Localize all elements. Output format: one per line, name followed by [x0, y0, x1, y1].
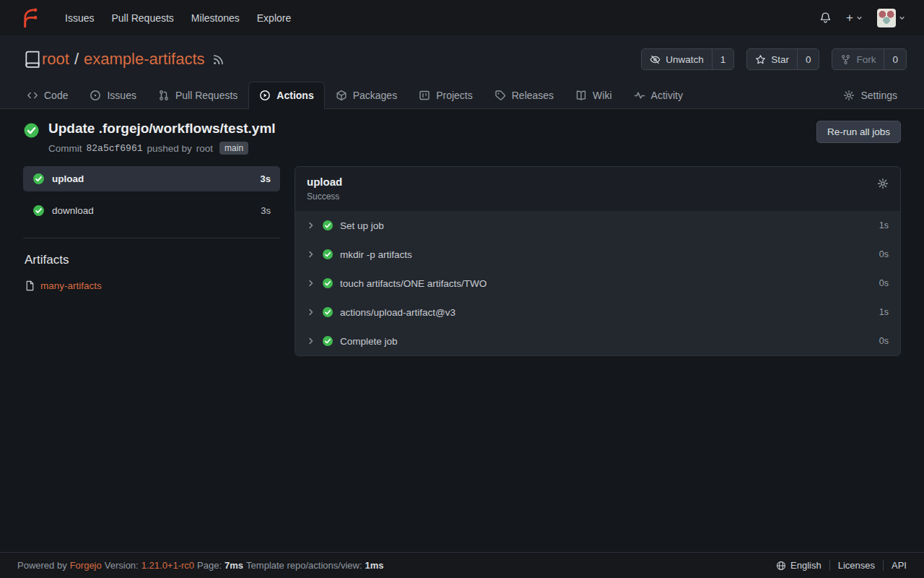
- job-item-download[interactable]: download 3s: [23, 198, 280, 223]
- repo-owner-link[interactable]: root: [42, 50, 69, 69]
- nav-link-milestones[interactable]: Milestones: [183, 0, 248, 35]
- step-row-mkdir[interactable]: mkdir -p artifacts 0s: [295, 240, 900, 269]
- step-duration: 0s: [879, 336, 889, 346]
- forgejo-logo[interactable]: [19, 7, 40, 29]
- repo-action-buttons: Unwatch 1 Star 0: [641, 48, 907, 70]
- plus-icon: +: [846, 12, 853, 24]
- tab-actions[interactable]: Actions: [248, 82, 324, 109]
- nav-link-explore[interactable]: Explore: [248, 0, 300, 35]
- job-duration: 3s: [261, 205, 271, 216]
- tab-settings[interactable]: Settings: [832, 82, 908, 109]
- repo-header: root / example-artifacts Unwatch: [0, 35, 924, 109]
- tab-label: Actions: [276, 90, 313, 101]
- gear-icon: [877, 178, 889, 189]
- check-circle-icon: [23, 122, 40, 139]
- tab-code[interactable]: Code: [16, 82, 79, 109]
- star-icon: [755, 54, 766, 65]
- tab-activity[interactable]: Activity: [623, 82, 694, 109]
- tab-label: Pull Requests: [175, 90, 237, 101]
- job-name: download: [52, 205, 253, 216]
- eye-off-icon: [650, 54, 661, 65]
- tab-packages[interactable]: Packages: [325, 82, 408, 109]
- step-name: mkdir -p artifacts: [340, 249, 412, 260]
- run-title: Update .forgejo/workflows/test.yml: [48, 121, 276, 137]
- fork-icon: [840, 54, 851, 65]
- commit-sha-link[interactable]: 82a5cf6961: [87, 143, 143, 154]
- globe-icon: [776, 561, 786, 571]
- step-row-upload-artifact[interactable]: actions/upload-artifact@v3 1s: [295, 298, 900, 327]
- file-icon: [25, 280, 35, 291]
- check-circle-icon: [322, 277, 334, 289]
- star-button[interactable]: Star 0: [746, 48, 819, 70]
- rss-button[interactable]: [212, 53, 225, 66]
- watchers-count[interactable]: 1: [712, 49, 734, 69]
- language-selector[interactable]: English: [768, 560, 829, 571]
- repo-name-link[interactable]: example-artifacts: [84, 50, 205, 69]
- navbar: Issues Pull Requests Milestones Explore …: [0, 0, 924, 35]
- forks-count[interactable]: 0: [884, 49, 906, 69]
- footer-info: Powered by Forgejo Version: 1.21.0+1-rc0…: [17, 560, 384, 571]
- version-link[interactable]: 1.21.0+1-rc0: [141, 560, 194, 571]
- powered-by-label: Powered by: [17, 560, 67, 571]
- tab-releases[interactable]: Releases: [484, 82, 565, 109]
- step-row-set-up-job[interactable]: Set up job 1s: [295, 211, 900, 240]
- step-duration: 0s: [879, 278, 889, 288]
- navbar-right: +: [819, 9, 905, 27]
- step-duration: 0s: [879, 249, 889, 259]
- rss-icon: [212, 53, 225, 66]
- repo-title-separator: /: [74, 50, 79, 69]
- activity-icon: [634, 90, 645, 101]
- jobs-sidebar: upload 3s download 3s Artifacts many-art…: [23, 166, 280, 291]
- artifacts-heading: Artifacts: [25, 253, 280, 267]
- issue-icon: [90, 90, 101, 101]
- job-detail-title: upload: [307, 176, 342, 188]
- forgejo-link[interactable]: Forgejo: [70, 560, 102, 571]
- project-board-icon: [419, 90, 430, 101]
- branch-badge[interactable]: main: [219, 142, 248, 155]
- rerun-all-jobs-button[interactable]: Re-run all jobs: [816, 121, 901, 143]
- step-row-complete-job[interactable]: Complete job 0s: [295, 327, 900, 355]
- tab-label: Issues: [107, 90, 136, 101]
- check-circle-icon: [32, 173, 45, 185]
- chevron-right-icon: [307, 308, 315, 316]
- job-name: upload: [52, 173, 253, 184]
- tab-projects[interactable]: Projects: [408, 82, 484, 109]
- api-link[interactable]: API: [883, 560, 907, 571]
- create-new-dropdown[interactable]: +: [846, 12, 863, 24]
- artifact-link[interactable]: many-artifacts: [40, 280, 102, 291]
- page-time-value: 7ms: [225, 560, 243, 571]
- job-item-upload[interactable]: upload 3s: [23, 166, 280, 191]
- step-name: actions/upload-artifact@v3: [340, 307, 456, 318]
- version-label: Version:: [105, 560, 139, 571]
- repo-icon: [23, 50, 42, 69]
- unwatch-button[interactable]: Unwatch 1: [641, 48, 734, 70]
- caret-down-icon: [856, 14, 863, 21]
- fork-label: Fork: [856, 54, 876, 65]
- nav-link-issues[interactable]: Issues: [56, 0, 103, 35]
- repo-tabs: Code Issues Pull Requests Actions: [0, 82, 924, 109]
- pushed-by-label: pushed by: [147, 143, 192, 154]
- user-menu-dropdown[interactable]: [877, 9, 905, 27]
- tab-label: Projects: [436, 90, 473, 101]
- job-duration: 3s: [261, 173, 271, 184]
- pusher-link[interactable]: root: [196, 143, 213, 154]
- tab-wiki[interactable]: Wiki: [565, 82, 622, 109]
- language-label: English: [790, 560, 821, 571]
- package-icon: [336, 90, 347, 101]
- tab-label: Activity: [651, 90, 683, 101]
- notifications-button[interactable]: [819, 12, 832, 24]
- nav-link-pull-requests[interactable]: Pull Requests: [103, 0, 182, 35]
- commit-label: Commit: [48, 143, 82, 154]
- tab-pull-requests[interactable]: Pull Requests: [147, 82, 248, 109]
- step-row-touch-artifacts[interactable]: touch artifacts/ONE artifacts/TWO 0s: [295, 269, 900, 298]
- fork-button[interactable]: Fork 0: [832, 48, 907, 70]
- artifact-item[interactable]: many-artifacts: [25, 280, 280, 291]
- licenses-link[interactable]: Licenses: [829, 560, 883, 571]
- job-detail-header: upload Success: [295, 167, 900, 211]
- check-circle-icon: [322, 335, 334, 347]
- tab-issues[interactable]: Issues: [79, 82, 147, 109]
- stars-count[interactable]: 0: [797, 49, 819, 69]
- step-name: Set up job: [340, 220, 384, 231]
- job-detail-panel: upload Success Set up j: [295, 166, 901, 356]
- job-options-button[interactable]: [877, 178, 889, 189]
